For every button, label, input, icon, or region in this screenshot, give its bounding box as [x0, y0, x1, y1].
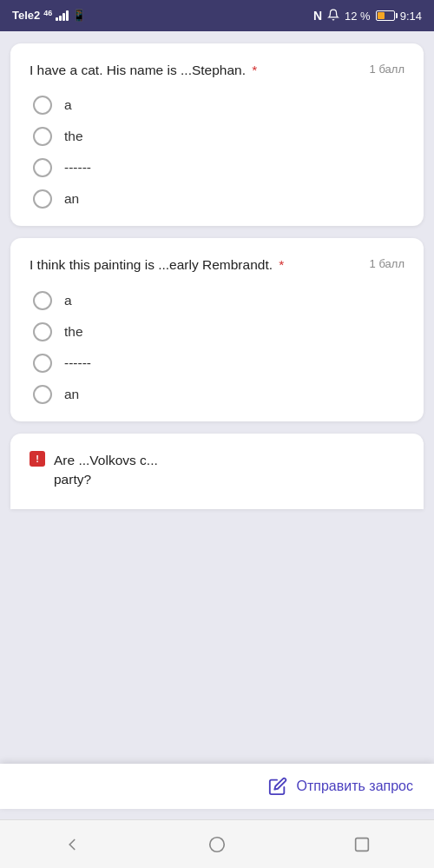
question-card-2: I think this painting is ...early Rembra… — [10, 238, 424, 421]
option-q2-a[interactable]: a — [33, 291, 404, 310]
carrier-name: Tele2 — [12, 9, 40, 22]
option-q2-dash[interactable]: ------ — [33, 354, 404, 373]
send-request-label: Отправить запрос — [297, 779, 413, 794]
question-text-1: I have a cat. His name is ...Stephan. * — [30, 61, 370, 80]
question-header-1: I have a cat. His name is ...Stephan. * … — [30, 61, 404, 80]
radio-q1-a[interactable] — [33, 96, 52, 115]
svg-rect-1 — [355, 838, 368, 851]
option-q1-the[interactable]: the — [33, 127, 404, 146]
nav-home-button[interactable] — [198, 825, 236, 864]
battery-icon — [376, 10, 395, 21]
sim-icon: 📱 — [72, 9, 86, 22]
radio-q2-a[interactable] — [33, 291, 52, 310]
required-star-2: * — [275, 257, 284, 272]
question-header-2: I think this painting is ...early Rembra… — [30, 255, 404, 275]
question-card-1: I have a cat. His name is ...Stephan. * … — [10, 43, 424, 226]
option-q2-the[interactable]: the — [33, 322, 404, 341]
radio-q2-the[interactable] — [33, 322, 52, 341]
option-q2-an[interactable]: an — [33, 385, 404, 404]
option-label-q1-the: the — [64, 129, 83, 144]
radio-q2-an[interactable] — [33, 385, 52, 404]
question-header-3: ! Are ...Volkovs c...party? — [30, 451, 404, 490]
question-card-3: ! Are ...Volkovs c...party? — [10, 434, 424, 509]
pencil-icon — [266, 774, 290, 798]
send-request-button[interactable]: Отправить запрос — [266, 774, 413, 798]
signal-bars-icon — [56, 10, 69, 21]
alarm-icon — [327, 9, 339, 23]
question-points-2: 1 балл — [370, 257, 404, 270]
option-q1-dash[interactable]: ------ — [33, 158, 404, 177]
nav-back-button[interactable] — [53, 825, 91, 864]
notification-badge: ! — [30, 451, 45, 467]
battery-percent: 12 % — [345, 10, 371, 23]
question-text-3: Are ...Volkovs c...party? — [54, 451, 167, 490]
clock-time: 9:14 — [400, 10, 422, 23]
send-request-overlay: Отправить запрос — [0, 764, 434, 809]
option-label-q1-a: a — [64, 97, 72, 113]
option-label-q2-an: an — [64, 387, 79, 402]
required-star-1: * — [248, 63, 257, 77]
option-label-q2-dash: ------ — [64, 355, 91, 371]
question-text-2: I think this painting is ...early Rembra… — [30, 255, 370, 275]
svg-point-0 — [210, 837, 225, 851]
notification-icon: N — [313, 9, 322, 23]
radio-q2-dash[interactable] — [33, 354, 52, 373]
option-label-q2-a: a — [64, 293, 72, 308]
option-label-q1-dash: ------ — [64, 160, 91, 176]
options-list-2: a the ------ an — [30, 291, 404, 404]
option-q1-a[interactable]: a — [33, 96, 404, 115]
question-points-1: 1 балл — [370, 63, 404, 76]
radio-q1-an[interactable] — [33, 189, 52, 209]
status-right: N 12 % 9:14 — [313, 9, 422, 23]
option-q1-an[interactable]: an — [33, 189, 404, 209]
status-bar: Tele2 46 📱 N 12 % 9:14 — [0, 0, 434, 31]
nav-recents-button[interactable] — [343, 825, 381, 864]
carrier-info: Tele2 46 📱 — [12, 9, 86, 23]
option-label-q2-the: the — [64, 324, 83, 340]
radio-q1-the[interactable] — [33, 127, 52, 146]
nav-bar — [0, 819, 434, 868]
options-list-1: a the ------ an — [30, 96, 404, 209]
option-label-q1-an: an — [64, 191, 79, 207]
network-type: 46 — [43, 9, 52, 23]
radio-q1-dash[interactable] — [33, 158, 52, 177]
content-area: I have a cat. His name is ...Stephan. * … — [0, 31, 434, 819]
